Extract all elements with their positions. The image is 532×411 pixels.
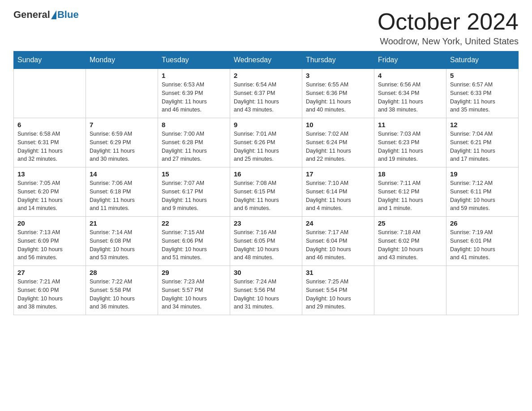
- day-info: Sunrise: 7:08 AM Sunset: 6:15 PM Dayligh…: [234, 179, 298, 213]
- calendar-cell: 14Sunrise: 7:06 AM Sunset: 6:18 PM Dayli…: [86, 167, 158, 217]
- calendar-cell: 21Sunrise: 7:14 AM Sunset: 6:08 PM Dayli…: [86, 217, 158, 266]
- calendar-week-row: 13Sunrise: 7:05 AM Sunset: 6:20 PM Dayli…: [14, 167, 519, 217]
- day-number: 19: [450, 170, 515, 178]
- day-info: Sunrise: 7:11 AM Sunset: 6:12 PM Dayligh…: [378, 179, 442, 213]
- day-number: 16: [234, 170, 298, 178]
- weekday-header-thursday: Thursday: [302, 51, 374, 69]
- calendar-cell: 1Sunrise: 6:53 AM Sunset: 6:39 PM Daylig…: [158, 69, 230, 118]
- calendar-cell: 5Sunrise: 6:57 AM Sunset: 6:33 PM Daylig…: [446, 69, 519, 118]
- calendar-cell: 16Sunrise: 7:08 AM Sunset: 6:15 PM Dayli…: [230, 167, 302, 217]
- day-info: Sunrise: 7:21 AM Sunset: 6:00 PM Dayligh…: [17, 278, 82, 311]
- day-number: 30: [234, 269, 298, 276]
- day-info: Sunrise: 7:10 AM Sunset: 6:14 PM Dayligh…: [306, 179, 370, 213]
- day-number: 2: [234, 72, 298, 79]
- day-number: 18: [378, 170, 442, 178]
- page-header: General Blue October 2024 Woodrow, New Y…: [13, 9, 519, 47]
- day-number: 3: [306, 72, 370, 79]
- day-info: Sunrise: 6:54 AM Sunset: 6:37 PM Dayligh…: [234, 81, 298, 114]
- calendar-cell: 2Sunrise: 6:54 AM Sunset: 6:37 PM Daylig…: [230, 69, 302, 118]
- day-number: 8: [162, 121, 226, 128]
- calendar-header-row: SundayMondayTuesdayWednesdayThursdayFrid…: [14, 51, 519, 69]
- day-number: 9: [234, 121, 298, 128]
- day-info: Sunrise: 7:13 AM Sunset: 6:09 PM Dayligh…: [17, 228, 82, 262]
- day-info: Sunrise: 6:55 AM Sunset: 6:36 PM Dayligh…: [306, 81, 370, 114]
- calendar-cell: [14, 69, 86, 118]
- day-info: Sunrise: 7:00 AM Sunset: 6:28 PM Dayligh…: [162, 130, 226, 163]
- calendar-cell: 15Sunrise: 7:07 AM Sunset: 6:17 PM Dayli…: [158, 167, 230, 217]
- day-info: Sunrise: 6:53 AM Sunset: 6:39 PM Dayligh…: [162, 81, 226, 114]
- day-number: 10: [306, 121, 370, 128]
- day-number: 26: [450, 219, 515, 227]
- calendar-cell: 13Sunrise: 7:05 AM Sunset: 6:20 PM Dayli…: [14, 167, 86, 217]
- calendar-cell: [86, 69, 158, 118]
- calendar-cell: 12Sunrise: 7:04 AM Sunset: 6:21 PM Dayli…: [446, 118, 519, 167]
- calendar-cell: 31Sunrise: 7:25 AM Sunset: 5:54 PM Dayli…: [302, 266, 374, 315]
- day-info: Sunrise: 6:58 AM Sunset: 6:31 PM Dayligh…: [17, 130, 82, 163]
- day-number: 13: [17, 170, 82, 178]
- day-info: Sunrise: 7:22 AM Sunset: 5:58 PM Dayligh…: [90, 278, 154, 311]
- day-info: Sunrise: 7:05 AM Sunset: 6:20 PM Dayligh…: [17, 179, 82, 213]
- day-info: Sunrise: 7:07 AM Sunset: 6:17 PM Dayligh…: [162, 179, 226, 213]
- day-number: 24: [306, 219, 370, 227]
- day-info: Sunrise: 7:15 AM Sunset: 6:06 PM Dayligh…: [162, 228, 226, 262]
- calendar-cell: 8Sunrise: 7:00 AM Sunset: 6:28 PM Daylig…: [158, 118, 230, 167]
- logo-general-text: General: [13, 9, 50, 21]
- calendar-cell: 24Sunrise: 7:17 AM Sunset: 6:04 PM Dayli…: [302, 217, 374, 266]
- calendar-cell: [374, 266, 446, 315]
- calendar-cell: [446, 266, 519, 315]
- day-info: Sunrise: 7:16 AM Sunset: 6:05 PM Dayligh…: [234, 228, 298, 262]
- calendar-cell: 26Sunrise: 7:19 AM Sunset: 6:01 PM Dayli…: [446, 217, 519, 266]
- calendar-cell: 25Sunrise: 7:18 AM Sunset: 6:02 PM Dayli…: [374, 217, 446, 266]
- day-info: Sunrise: 7:04 AM Sunset: 6:21 PM Dayligh…: [450, 130, 515, 163]
- weekday-header-tuesday: Tuesday: [158, 51, 230, 69]
- logo-triangle-icon: [51, 10, 56, 19]
- month-year-title: October 2024: [378, 9, 519, 34]
- day-number: 23: [234, 219, 298, 227]
- day-info: Sunrise: 7:02 AM Sunset: 6:24 PM Dayligh…: [306, 130, 370, 163]
- calendar-cell: 30Sunrise: 7:24 AM Sunset: 5:56 PM Dayli…: [230, 266, 302, 315]
- calendar-week-row: 20Sunrise: 7:13 AM Sunset: 6:09 PM Dayli…: [14, 217, 519, 266]
- day-number: 6: [17, 121, 82, 128]
- calendar-cell: 11Sunrise: 7:03 AM Sunset: 6:23 PM Dayli…: [374, 118, 446, 167]
- weekday-header-sunday: Sunday: [14, 51, 86, 69]
- location-subtitle: Woodrow, New York, United States: [378, 36, 519, 47]
- day-number: 27: [17, 269, 82, 276]
- title-section: October 2024 Woodrow, New York, United S…: [378, 9, 519, 47]
- calendar-week-row: 6Sunrise: 6:58 AM Sunset: 6:31 PM Daylig…: [14, 118, 519, 167]
- day-number: 28: [90, 269, 154, 276]
- day-info: Sunrise: 7:03 AM Sunset: 6:23 PM Dayligh…: [378, 130, 442, 163]
- day-info: Sunrise: 7:12 AM Sunset: 6:11 PM Dayligh…: [450, 179, 515, 213]
- calendar-cell: 9Sunrise: 7:01 AM Sunset: 6:26 PM Daylig…: [230, 118, 302, 167]
- weekday-header-monday: Monday: [86, 51, 158, 69]
- day-number: 20: [17, 219, 82, 227]
- calendar-cell: 6Sunrise: 6:58 AM Sunset: 6:31 PM Daylig…: [14, 118, 86, 167]
- calendar-cell: 29Sunrise: 7:23 AM Sunset: 5:57 PM Dayli…: [158, 266, 230, 315]
- day-info: Sunrise: 7:18 AM Sunset: 6:02 PM Dayligh…: [378, 228, 442, 262]
- logo-blue-text: Blue: [57, 9, 79, 21]
- day-number: 29: [162, 269, 226, 276]
- calendar-cell: 23Sunrise: 7:16 AM Sunset: 6:05 PM Dayli…: [230, 217, 302, 266]
- calendar-cell: 28Sunrise: 7:22 AM Sunset: 5:58 PM Dayli…: [86, 266, 158, 315]
- calendar-week-row: 1Sunrise: 6:53 AM Sunset: 6:39 PM Daylig…: [14, 69, 519, 118]
- calendar-cell: 22Sunrise: 7:15 AM Sunset: 6:06 PM Dayli…: [158, 217, 230, 266]
- day-info: Sunrise: 7:14 AM Sunset: 6:08 PM Dayligh…: [90, 228, 154, 262]
- calendar-cell: 17Sunrise: 7:10 AM Sunset: 6:14 PM Dayli…: [302, 167, 374, 217]
- calendar-table: SundayMondayTuesdayWednesdayThursdayFrid…: [13, 51, 519, 315]
- day-number: 5: [450, 72, 515, 79]
- day-number: 4: [378, 72, 442, 79]
- calendar-cell: 20Sunrise: 7:13 AM Sunset: 6:09 PM Dayli…: [14, 217, 86, 266]
- day-info: Sunrise: 7:06 AM Sunset: 6:18 PM Dayligh…: [90, 179, 154, 213]
- day-info: Sunrise: 6:56 AM Sunset: 6:34 PM Dayligh…: [378, 81, 442, 114]
- day-number: 7: [90, 121, 154, 128]
- day-info: Sunrise: 7:25 AM Sunset: 5:54 PM Dayligh…: [306, 278, 370, 311]
- calendar-cell: 3Sunrise: 6:55 AM Sunset: 6:36 PM Daylig…: [302, 69, 374, 118]
- day-info: Sunrise: 7:17 AM Sunset: 6:04 PM Dayligh…: [306, 228, 370, 262]
- day-number: 31: [306, 269, 370, 276]
- calendar-cell: 18Sunrise: 7:11 AM Sunset: 6:12 PM Dayli…: [374, 167, 446, 217]
- day-number: 11: [378, 121, 442, 128]
- calendar-cell: 27Sunrise: 7:21 AM Sunset: 6:00 PM Dayli…: [14, 266, 86, 315]
- day-info: Sunrise: 7:19 AM Sunset: 6:01 PM Dayligh…: [450, 228, 515, 262]
- day-info: Sunrise: 7:01 AM Sunset: 6:26 PM Dayligh…: [234, 130, 298, 163]
- weekday-header-wednesday: Wednesday: [230, 51, 302, 69]
- calendar-week-row: 27Sunrise: 7:21 AM Sunset: 6:00 PM Dayli…: [14, 266, 519, 315]
